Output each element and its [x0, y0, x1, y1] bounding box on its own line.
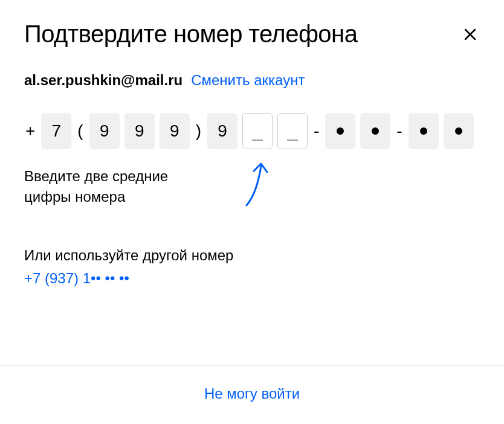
dialog-header: Подтвердите номер телефона: [24, 21, 480, 48]
country-code-digit: 7: [41, 113, 71, 149]
dot-icon: [372, 127, 379, 135]
plus-sign: +: [25, 121, 35, 141]
close-button[interactable]: [460, 25, 480, 44]
account-email: al.ser.pushkin@mail.ru: [24, 72, 183, 89]
hint-row: Введите две средние цифры номера: [24, 166, 480, 211]
masked-digit-2: [360, 113, 390, 149]
change-account-link[interactable]: Сменить аккаунт: [191, 72, 305, 89]
alternative-label: Или используйте другой номер: [24, 247, 480, 264]
verify-digit-input-2[interactable]: [277, 113, 308, 149]
alternative-phone-link[interactable]: +7 (937) 1•• •• ••: [24, 270, 480, 287]
curved-arrow-icon: [242, 160, 272, 208]
dot-icon: [420, 127, 427, 135]
dash-2: -: [396, 121, 402, 141]
dash-1: -: [314, 121, 319, 141]
area-digit-3: 9: [160, 113, 190, 149]
account-row: al.ser.pushkin@mail.ru Сменить аккаунт: [24, 72, 480, 89]
alternative-section: Или используйте другой номер +7 (937) 1•…: [24, 247, 480, 287]
verify-digit-input-1[interactable]: [242, 113, 273, 149]
dot-icon: [455, 127, 462, 135]
arrow-indicator: [242, 160, 272, 211]
area-digit-2: 9: [124, 113, 155, 149]
masked-digit-3: [409, 113, 439, 149]
close-icon: [463, 27, 477, 42]
prefix-digit-1: 9: [207, 113, 237, 149]
hint-text: Введите две средние цифры номера: [24, 166, 205, 207]
dot-icon: [337, 127, 344, 135]
close-paren: ): [196, 121, 201, 141]
dialog-footer: Не могу войти: [0, 365, 504, 424]
input-underscore: [287, 140, 298, 141]
cant-login-link[interactable]: Не могу войти: [204, 385, 300, 402]
area-digit-1: 9: [89, 113, 120, 149]
dialog-title: Подтвердите номер телефона: [24, 21, 357, 48]
open-paren: (: [77, 121, 83, 141]
masked-digit-1: [325, 113, 355, 149]
masked-digit-4: [444, 113, 474, 149]
input-underscore: [252, 140, 263, 141]
phone-input-row: + 7 ( 9 9 9 ) 9 - -: [24, 113, 480, 149]
